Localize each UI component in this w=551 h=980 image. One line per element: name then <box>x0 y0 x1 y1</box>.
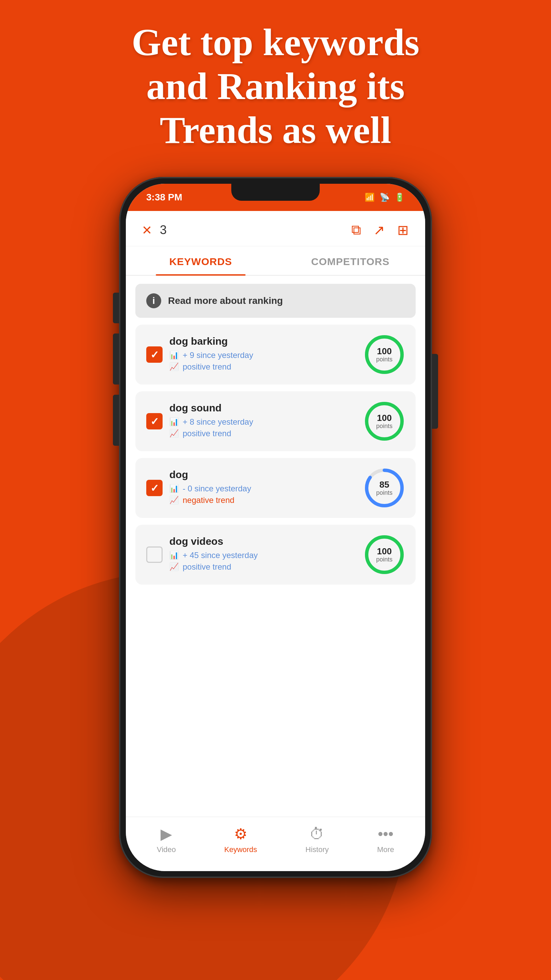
header-icons: ⧉ ↗ ⊞ <box>351 222 409 238</box>
checkbox-checked-1[interactable] <box>146 413 163 430</box>
stat-since-icon-0: 📊 <box>169 351 179 360</box>
score-num-0: 100 <box>376 347 392 356</box>
hero-line3: Trends as well <box>160 109 391 151</box>
score-num-2: 85 <box>376 480 392 490</box>
keywords-list: dog barking📊 + 9 since yesterday📈 positi… <box>126 318 425 585</box>
keyword-card-3[interactable]: dog videos📊 + 45 since yesterday📈 positi… <box>135 525 416 585</box>
share-icon[interactable]: ↗ <box>373 222 385 238</box>
header-count: 3 <box>160 223 167 237</box>
nav-label-video: Video <box>157 845 176 854</box>
keyword-trend-2: 📈 negative trend <box>169 495 357 505</box>
info-icon: i <box>146 293 161 308</box>
notch <box>231 184 320 201</box>
close-button[interactable]: × <box>142 221 152 239</box>
header-left: × 3 <box>142 221 167 239</box>
bottom-nav: ▶ Video ⚙ Keywords ⏱ History ••• More <box>126 817 425 871</box>
keyword-since-1: 📊 + 8 since yesterday <box>169 417 357 427</box>
score-num-1: 100 <box>376 413 392 423</box>
keyword-trend-1: 📈 positive trend <box>169 429 357 438</box>
keyword-info-2: dog📊 - 0 since yesterday📈 negative trend <box>169 469 357 507</box>
keyword-card-0[interactable]: dog barking📊 + 9 since yesterday📈 positi… <box>135 325 416 385</box>
phone-button-vol-down <box>113 395 119 446</box>
score-label-1: points <box>376 423 392 430</box>
keyword-since-2: 📊 - 0 since yesterday <box>169 484 357 493</box>
video-icon: ▶ <box>160 825 172 843</box>
copy-icon[interactable]: ⧉ <box>351 222 361 238</box>
phone-screen: 3:38 PM 📶 📡 🔋 × 3 ⧉ ↗ ⊞ <box>126 184 425 871</box>
nav-label-keywords: Keywords <box>224 845 257 854</box>
tab-competitors[interactable]: COMPETITORS <box>275 247 425 275</box>
nav-item-history[interactable]: ⏱ History <box>305 826 329 854</box>
info-banner[interactable]: i Read more about ranking <box>135 284 416 318</box>
phone-button-power <box>432 354 438 429</box>
nav-label-more: More <box>377 845 394 854</box>
keyword-since-3: 📊 + 45 since yesterday <box>169 550 357 560</box>
stat-trend-icon-1: 📈 <box>169 429 179 438</box>
keyword-info-3: dog videos📊 + 45 since yesterday📈 positi… <box>169 536 357 574</box>
history-icon: ⏱ <box>310 826 324 843</box>
stat-trend-icon-0: 📈 <box>169 363 179 371</box>
nav-item-video[interactable]: ▶ Video <box>157 825 176 854</box>
score-circle-2: 85 points <box>364 468 405 508</box>
checkbox-unchecked-3[interactable] <box>146 546 163 563</box>
phone-button-vol-up <box>113 334 119 385</box>
status-bar: 3:38 PM 📶 📡 🔋 <box>126 184 425 211</box>
info-text: Read more about ranking <box>168 295 283 306</box>
tabs-container: KEYWORDS COMPETITORS <box>126 247 425 275</box>
tab-keywords[interactable]: KEYWORDS <box>126 247 275 275</box>
score-label-3: points <box>376 556 392 563</box>
hero-text: Get top keywords and Ranking its Trends … <box>0 21 551 152</box>
keyword-info-0: dog barking📊 + 9 since yesterday📈 positi… <box>169 336 357 374</box>
more-icon: ••• <box>378 826 394 843</box>
keyword-name-1: dog sound <box>169 402 357 414</box>
stat-since-icon-1: 📊 <box>169 417 179 426</box>
score-text-2: 85 points <box>376 480 392 496</box>
keyword-name-3: dog videos <box>169 536 357 547</box>
score-num-3: 100 <box>376 546 392 556</box>
score-text-0: 100 points <box>376 347 392 363</box>
keyword-card-2[interactable]: dog📊 - 0 since yesterday📈 negative trend… <box>135 458 416 518</box>
checkbox-checked-2[interactable] <box>146 480 163 496</box>
score-text-1: 100 points <box>376 413 392 430</box>
score-circle-0: 100 points <box>364 334 405 375</box>
score-label-2: points <box>376 489 392 496</box>
checkbox-checked-0[interactable] <box>146 347 163 363</box>
keyword-name-0: dog barking <box>169 336 357 347</box>
keyword-card-1[interactable]: dog sound📊 + 8 since yesterday📈 positive… <box>135 391 416 451</box>
stat-since-icon-2: 📊 <box>169 484 179 493</box>
hero-line1: Get top keywords <box>132 21 419 63</box>
phone-outer: 3:38 PM 📶 📡 🔋 × 3 ⧉ ↗ ⊞ <box>119 177 432 878</box>
status-time: 3:38 PM <box>146 192 182 203</box>
score-circle-3: 100 points <box>364 534 405 575</box>
nav-item-more[interactable]: ••• More <box>377 826 394 854</box>
wifi-icon: 📡 <box>380 192 390 202</box>
stat-trend-icon-3: 📈 <box>169 563 179 571</box>
hero-line2: and Ranking its <box>146 65 404 107</box>
keyword-info-1: dog sound📊 + 8 since yesterday📈 positive… <box>169 402 357 440</box>
keyword-trend-3: 📈 positive trend <box>169 562 357 572</box>
grid-icon[interactable]: ⊞ <box>397 222 409 238</box>
phone-button-mute <box>113 293 119 323</box>
status-icons: 📶 📡 🔋 <box>365 192 405 202</box>
battery-icon: 🔋 <box>395 192 405 202</box>
keyword-trend-0: 📈 positive trend <box>169 362 357 372</box>
nav-label-history: History <box>305 845 329 854</box>
keyword-since-0: 📊 + 9 since yesterday <box>169 350 357 360</box>
keyword-name-2: dog <box>169 469 357 480</box>
stat-trend-icon-2: 📈 <box>169 496 179 504</box>
phone-wrapper: 3:38 PM 📶 📡 🔋 × 3 ⧉ ↗ ⊞ <box>119 177 432 891</box>
signal-icon: 📶 <box>365 192 375 202</box>
app-header: × 3 ⧉ ↗ ⊞ <box>126 211 425 247</box>
score-label-0: points <box>376 356 392 363</box>
score-text-3: 100 points <box>376 546 392 563</box>
nav-item-keywords[interactable]: ⚙ Keywords <box>224 825 257 854</box>
stat-since-icon-3: 📊 <box>169 551 179 560</box>
keywords-icon: ⚙ <box>234 825 247 843</box>
score-circle-1: 100 points <box>364 401 405 442</box>
